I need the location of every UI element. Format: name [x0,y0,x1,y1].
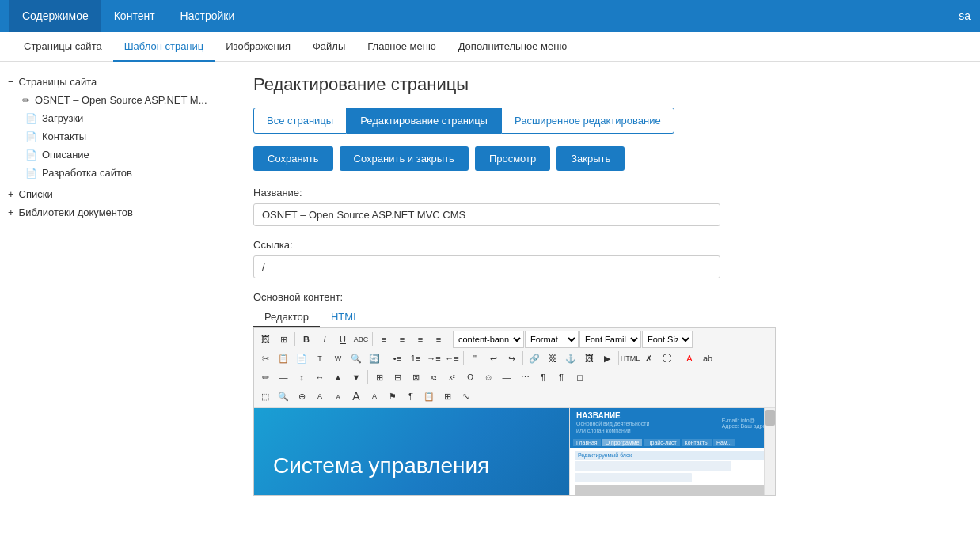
close-button[interactable]: Закрыть [556,146,625,171]
tb-ltr-btn[interactable]: ¶ [534,369,552,386]
tb-edit-btn[interactable]: ✏ [256,369,274,386]
tb-rtl-btn[interactable]: ¶ [553,369,570,386]
preview-button[interactable]: Просмотр [475,146,550,171]
tb-find-btn[interactable]: 🔍 [348,350,365,367]
tb-marks-btn[interactable]: ⚑ [384,388,401,405]
tb-font-family-select[interactable]: Font Family [579,331,641,348]
editor-tab-html[interactable]: HTML [320,308,370,327]
tb-font-sz-btn[interactable]: A [311,388,329,405]
tb-anchor-btn[interactable]: ⚓ [562,350,579,367]
tb-move2-btn[interactable]: ↔ [311,369,329,386]
sec-nav-main-menu[interactable]: Главное меню [356,32,446,62]
tb-resize-btn[interactable]: ⤡ [457,388,474,405]
tb-layer-btn[interactable]: ◻ [571,369,588,386]
tb-html-btn[interactable]: HTML [621,350,639,367]
tb-media-btn[interactable]: ▶ [598,350,616,367]
tb-move-btn[interactable]: ↕ [293,369,310,386]
tb-emoji-btn[interactable]: ☺ [480,369,497,386]
tb-cleanup-btn[interactable]: ✗ [640,350,657,367]
file-icon-4: 📄 [25,168,37,179]
tb-hr-btn[interactable]: — [275,369,292,386]
sidebar-libraries[interactable]: + Библиотеки документов [0,203,237,221]
tb-zoom2-btn[interactable]: ⊕ [293,388,310,405]
editor-scrollbar[interactable] [764,408,775,495]
sidebar-lists[interactable]: + Списки [0,185,237,203]
tb-table3-btn[interactable]: ⊟ [389,369,406,386]
sec-nav-images[interactable]: Изображения [215,32,302,62]
tb-unlink-btn[interactable]: ⛓ [544,350,561,367]
tb-fullscreen-btn[interactable]: ⛶ [658,350,675,367]
save-button[interactable]: Сохранить [253,146,333,171]
tb-table2-btn[interactable]: ⊞ [370,369,388,386]
tb-font-size-select[interactable]: Font Size [642,331,693,348]
sidebar-parent-pages[interactable]: − Страницы сайта [0,73,237,91]
tb-ol-btn[interactable]: 1≡ [407,350,424,367]
editor-preview-area[interactable]: Система управления НАЗВАНИЕ Основной вид… [254,408,775,495]
tb-outdent-btn[interactable]: ←≡ [443,350,461,367]
tb-zoom-btn[interactable]: 🔍 [275,388,292,405]
tb-format-select[interactable]: Format [525,331,579,348]
sidebar-item-osnet[interactable]: ✏ OSNET – Open Source ASP.NET M... [0,91,237,109]
sec-nav-files[interactable]: Файлы [302,32,356,62]
tb-subscript-btn[interactable]: x₂ [425,369,443,386]
tb-indent-btn[interactable]: →≡ [425,350,443,367]
tb-paste-text-btn[interactable]: T [311,350,329,367]
top-nav-kontents[interactable]: Контент [101,0,168,32]
tb-table-btn[interactable]: ⊞ [275,331,292,348]
tb-abc-btn[interactable]: ABC [352,331,370,348]
editor-tab-visual[interactable]: Редактор [253,308,320,327]
tab-edit-page[interactable]: Редактирование страницы [347,108,501,134]
tb-bgcolor-btn[interactable]: ab [699,350,716,367]
tb-color-btn[interactable]: A [681,350,698,367]
tb-bold-btn[interactable]: B [298,331,315,348]
sec-nav-template[interactable]: Шаблон страниц [113,32,215,62]
tb-line-btn[interactable]: — [498,369,515,386]
tb-align-right-btn[interactable]: ≡ [412,331,429,348]
tb-ul-btn[interactable]: •≡ [389,350,406,367]
tb-undo-btn[interactable]: ↩ [484,350,502,367]
sec-nav-extra-menu[interactable]: Дополнительное меню [447,32,579,62]
sidebar-item-downloads[interactable]: 📄 Загрузки [0,109,237,127]
link-input[interactable] [253,255,720,278]
tb-align-justify-btn[interactable]: ≡ [430,331,447,348]
tb-fields-btn[interactable]: 📋 [420,388,438,405]
tb-replace-btn[interactable]: 🔄 [366,350,383,367]
sec-nav-pages[interactable]: Страницы сайта [13,32,113,62]
tb-big-a-btn[interactable]: A [348,388,365,405]
tb-select-btn[interactable]: ⬚ [256,388,274,405]
tab-advanced-edit[interactable]: Расширенное редактирование [501,108,674,134]
tb-pagebreak-btn[interactable]: ⋯ [516,369,534,386]
tab-all-pages[interactable]: Все страницы [253,108,347,134]
sidebar-item-description[interactable]: 📄 Описание [0,146,237,164]
tb-merge-btn[interactable]: ⊠ [407,369,424,386]
tb-cut-btn[interactable]: ✂ [256,350,274,367]
tb-image-btn[interactable]: 🖼 [256,331,274,348]
tb-link-btn[interactable]: 🔗 [526,350,543,367]
sidebar-item-dev[interactable]: 📄 Разработка сайтов [0,164,237,182]
tb-special-btn[interactable]: Ω [462,369,479,386]
tb-paste-btn[interactable]: 📄 [293,350,310,367]
tb-italic-btn[interactable]: I [316,331,333,348]
tb-table4-btn[interactable]: ⊞ [439,388,456,405]
tb-paste-word-btn[interactable]: W [329,350,347,367]
tb-more-btn[interactable]: ⋯ [717,350,735,367]
tb-align-center-btn[interactable]: ≡ [393,331,411,348]
tb-underline-btn[interactable]: U [334,331,351,348]
tb-copy-btn[interactable]: 📋 [275,350,292,367]
tb-up-btn[interactable]: ▲ [329,369,347,386]
top-nav-content[interactable]: Содержимое [9,0,101,32]
sidebar-item-contacts[interactable]: 📄 Контакты [0,127,237,146]
tb-redo-btn[interactable]: ↪ [503,350,520,367]
tb-para-btn[interactable]: ¶ [402,388,420,405]
tb-superscript-btn[interactable]: x² [443,369,461,386]
tb-down-btn[interactable]: ▼ [348,369,365,386]
save-close-button[interactable]: Сохранить и закрыть [340,146,469,171]
top-nav-settings[interactable]: Настройки [168,0,248,32]
tb-class-select[interactable]: content-banne [453,331,524,348]
tb-font-sz2-btn[interactable]: A [329,388,347,405]
tb-align-left-btn[interactable]: ≡ [375,331,393,348]
tb-small-a-btn[interactable]: A [366,388,383,405]
name-input[interactable] [253,203,720,226]
tb-blockquote-btn[interactable]: " [466,350,484,367]
tb-img-btn2[interactable]: 🖼 [580,350,598,367]
